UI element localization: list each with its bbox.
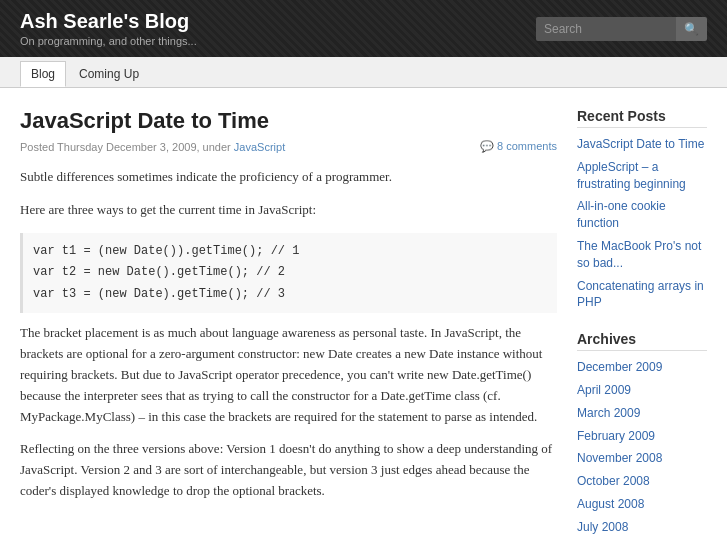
post-paragraph-4: Reflecting on the three versions above: …	[20, 439, 557, 501]
recent-post-0[interactable]: JavaScript Date to Time	[577, 136, 707, 153]
archive-4[interactable]: November 2008	[577, 450, 707, 467]
post-comments-link[interactable]: 💬 8 comments	[480, 140, 557, 153]
nav-item-coming-up[interactable]: Coming Up	[68, 61, 150, 87]
site-title: Ash Searle's Blog	[20, 10, 197, 33]
search-input[interactable]	[536, 17, 676, 41]
code-line-3: var t3 = (new Date).getTime(); // 3	[33, 284, 547, 306]
archive-3[interactable]: February 2009	[577, 428, 707, 445]
archive-1[interactable]: April 2009	[577, 382, 707, 399]
archives-heading: Archives	[577, 331, 707, 351]
site-header: Ash Searle's Blog On programming, and ot…	[0, 0, 727, 57]
post-title: JavaScript Date to Time	[20, 108, 557, 134]
post-category-link[interactable]: JavaScript	[234, 141, 285, 153]
archive-2[interactable]: March 2009	[577, 405, 707, 422]
code-block: var t1 = (new Date()).getTime(); // 1 va…	[20, 233, 557, 314]
post-meta: Posted Thursday December 3, 2009, under …	[20, 140, 557, 153]
content-area: JavaScript Date to Time Posted Thursday …	[0, 88, 727, 545]
code-line-2: var t2 = new Date().getTime(); // 2	[33, 262, 547, 284]
sidebar: Recent Posts JavaScript Date to Time App…	[577, 108, 707, 545]
post-body: Subtle differences sometimes indicate th…	[20, 167, 557, 502]
archive-6[interactable]: August 2008	[577, 496, 707, 513]
recent-post-1[interactable]: AppleScript – a frustrating beginning	[577, 159, 707, 193]
nav-item-blog[interactable]: Blog	[20, 61, 66, 87]
main-content: JavaScript Date to Time Posted Thursday …	[20, 108, 557, 545]
nav-bar: Blog Coming Up	[0, 57, 727, 88]
post-meta-text: Posted Thursday December 3, 2009, under …	[20, 141, 285, 153]
archives-section: Archives December 2009 April 2009 March …	[577, 331, 707, 535]
site-branding: Ash Searle's Blog On programming, and ot…	[20, 10, 197, 47]
archive-7[interactable]: July 2008	[577, 519, 707, 536]
recent-posts-heading: Recent Posts	[577, 108, 707, 128]
recent-posts-section: Recent Posts JavaScript Date to Time App…	[577, 108, 707, 311]
recent-post-4[interactable]: Concatenating arrays in PHP	[577, 278, 707, 312]
site-subtitle: On programming, and other things...	[20, 35, 197, 47]
post-paragraph-3: The bracket placement is as much about l…	[20, 323, 557, 427]
post-paragraph-2: Here are three ways to get the current t…	[20, 200, 557, 221]
search-form: 🔍	[536, 17, 707, 41]
archive-5[interactable]: October 2008	[577, 473, 707, 490]
archive-0[interactable]: December 2009	[577, 359, 707, 376]
recent-post-3[interactable]: The MacBook Pro's not so bad...	[577, 238, 707, 272]
recent-post-2[interactable]: All-in-one cookie function	[577, 198, 707, 232]
search-button[interactable]: 🔍	[676, 17, 707, 41]
code-line-1: var t1 = (new Date()).getTime(); // 1	[33, 241, 547, 263]
post-paragraph-1: Subtle differences sometimes indicate th…	[20, 167, 557, 188]
